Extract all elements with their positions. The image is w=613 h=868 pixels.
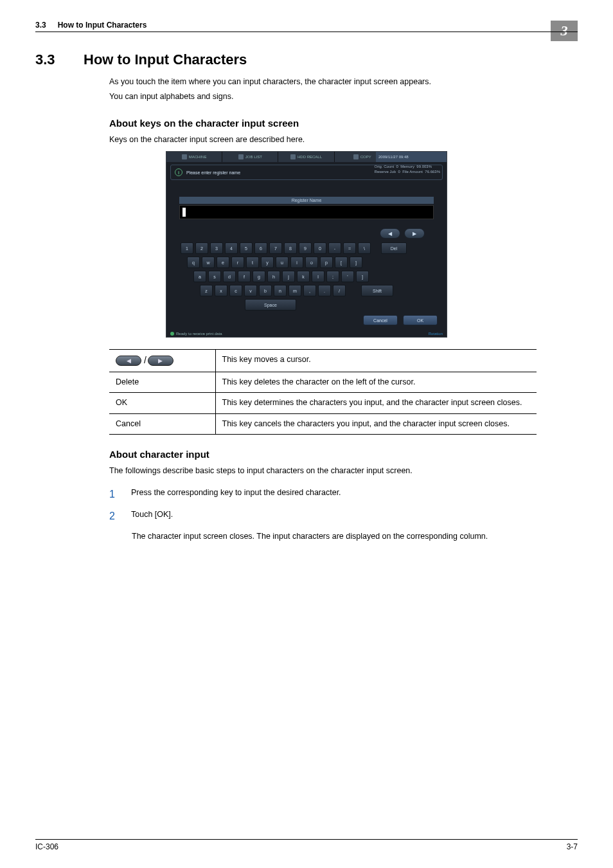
ss-cursor-left: ◀ xyxy=(380,228,400,239)
step-text-2: Touch [OK]. xyxy=(131,509,578,524)
table-row: OK This key determines the characters yo… xyxy=(109,393,537,414)
footer-rule xyxy=(35,839,578,840)
table-cell: This key determines the characters you i… xyxy=(215,393,537,414)
ss-space-key: Space xyxy=(245,299,296,311)
ss-clock: 2009/11/27 09:48 xyxy=(376,152,447,162)
left-arrow-icon: ◀ xyxy=(116,356,141,366)
table-cell: Cancel xyxy=(109,413,215,435)
ss-tab-hddrecall: HDD RECALL xyxy=(278,152,334,162)
table-row: ◀ / ▶ This key moves a cursor. xyxy=(109,350,537,372)
table-row: Delete This key deletes the character on… xyxy=(109,372,537,393)
subheading-keys: About keys on the character input screen xyxy=(109,118,578,129)
ss-del-key: Del xyxy=(381,242,407,254)
step-number-1: 1 xyxy=(109,487,118,502)
table-cell: This key moves a cursor. xyxy=(215,350,537,372)
ss-status-bar: Ready to receive print data xyxy=(170,332,222,336)
ss-banner-text: Please enter register name xyxy=(186,170,240,175)
section-title: How to Input Characters xyxy=(84,51,247,68)
ss-ok-button: OK xyxy=(403,315,438,325)
key-description-table: ◀ / ▶ This key moves a cursor. Delete Th… xyxy=(109,349,537,435)
ss-tab-joblist: JOB LIST xyxy=(222,152,278,162)
keys-intro: Keys on the character input screen are d… xyxy=(109,134,578,146)
ss-shift-key: Shift xyxy=(361,285,393,296)
step-2-sub: The character input screen closes. The i… xyxy=(132,530,578,543)
table-cell: This key deletes the character on the le… xyxy=(215,372,537,393)
ss-rotation-label: Rotation xyxy=(429,332,443,336)
ss-cancel-button: Cancel xyxy=(363,315,398,325)
input-intro: The followings describe basic steps to i… xyxy=(109,465,578,477)
ss-tab-machine: MACHINE xyxy=(166,152,222,162)
table-cell: Delete xyxy=(109,372,215,393)
intro-paragraph-2: You can input alphabets and signs. xyxy=(109,91,578,103)
table-row: Cancel This key cancels the characters y… xyxy=(109,413,537,435)
character-input-screenshot: MACHINE JOB LIST HDD RECALL COPY SCAN 20… xyxy=(166,151,447,338)
table-cell: OK xyxy=(109,393,215,414)
ss-right-stats: Orig. Count 0 Memory 99.003% Reserve Job… xyxy=(375,165,440,175)
ss-keyboard: 1234567890-=\Del qwertyuiop[] asdfghjkl;… xyxy=(181,242,432,311)
footer-left: IC-306 xyxy=(35,842,58,851)
ss-field-label: Register Name xyxy=(179,197,434,204)
table-cell: This key cancels the characters you inpu… xyxy=(215,413,537,435)
step-number-2: 2 xyxy=(109,509,118,524)
step-text-1: Press the corresponding key to input the… xyxy=(131,487,578,502)
subheading-input: About character input xyxy=(109,449,578,460)
right-arrow-icon: ▶ xyxy=(148,356,173,366)
chapter-badge: 3 xyxy=(551,21,578,41)
ss-cursor-right: ▶ xyxy=(404,228,425,239)
intro-paragraph-1: As you touch the item where you can inpu… xyxy=(109,76,578,88)
section-number: 3.3 xyxy=(35,51,67,68)
info-icon: i xyxy=(175,168,182,176)
header-section-title: How to Input Characters xyxy=(58,21,147,30)
ss-text-field xyxy=(179,205,434,219)
header-rule xyxy=(35,32,578,32)
footer-right: 3-7 xyxy=(567,842,578,851)
header-section-num: 3.3 xyxy=(35,21,46,30)
